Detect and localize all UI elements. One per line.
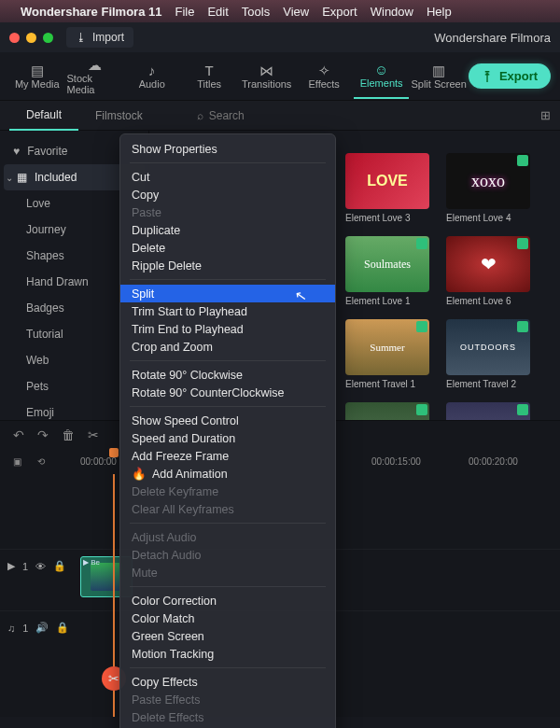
tab-split-screen[interactable]: ▥Split Screen [411,54,466,99]
audio-track-icon: ♫ [7,623,15,634]
speaker-icon[interactable]: 🔊 [35,622,49,634]
element-thumb[interactable] [345,402,429,420]
undo-icon[interactable]: ↶ [13,427,24,442]
fire-icon: 🔥 [132,467,147,481]
context-menu: Show Properties Cut Copy Paste Duplicate… [119,133,336,728]
ctx-motion-tracking[interactable]: Motion Tracking [120,645,335,663]
tab-my-media[interactable]: ▤My Media [9,54,64,99]
mac-menu-view[interactable]: View [283,5,309,19]
maximize-icon[interactable] [43,33,53,43]
ctx-paste: Paste [120,203,335,221]
track-header: ▶1👁🔒 [7,560,73,572]
element-thumb[interactable]: Element Love 4 [446,153,530,223]
eye-icon[interactable]: 👁 [35,561,46,572]
search-input[interactable] [209,109,321,122]
thumb-image [446,236,530,292]
main-toolbar: ▤My Media ☁Stock Media ♪Audio TTitles ⋈T… [0,52,560,101]
ctx-duplicate[interactable]: Duplicate [120,221,335,239]
ruler-tick: 00:00:15:00 [371,456,421,467]
import-label: Import [92,31,124,44]
menu-separator [130,523,326,524]
redo-icon[interactable]: ↷ [37,427,49,442]
ctx-color-correction[interactable]: Color Correction [120,592,335,609]
mac-app-name[interactable]: Wondershare Filmora 11 [21,5,161,19]
scissors-icon[interactable]: ✂ [88,427,99,442]
ctx-copy-effects[interactable]: Copy Effects [120,673,335,691]
import-button[interactable]: ⭳ Import [66,27,133,48]
download-icon[interactable] [517,238,528,249]
ctx-show-properties[interactable]: Show Properties [120,140,335,158]
ctx-rotate-ccw[interactable]: Rotate 90° CounterClockwise [120,384,335,401]
subtab-filmstock[interactable]: Filmstock [78,101,160,131]
ctx-delete[interactable]: Delete [120,239,335,257]
ctx-freeze-frame[interactable]: Add Freeze Frame [120,447,335,465]
mac-menu-window[interactable]: Window [371,5,413,19]
tab-transitions[interactable]: ⋈Transitions [239,54,294,99]
tab-stock-media[interactable]: ☁Stock Media [66,54,121,99]
element-thumb[interactable]: Element Love 1 [345,236,429,306]
window-controls [9,33,53,43]
ctx-color-match[interactable]: Color Match [120,609,335,627]
lock-icon[interactable]: 🔒 [56,622,69,634]
element-thumb[interactable]: Element Love 3 [345,153,429,223]
trash-icon[interactable]: 🗑 [62,427,75,442]
sub-toolbar: Default Filmstock ⌕ ⊞ [0,101,560,131]
download-icon[interactable] [416,238,427,249]
ctx-adjust-audio: Adjust Audio [120,528,335,546]
ctx-cut[interactable]: Cut [120,168,335,186]
ctx-add-animation[interactable]: 🔥Add Animation [120,465,335,483]
download-icon[interactable] [416,321,427,332]
marker-icon[interactable]: ▣ [13,456,21,467]
ctx-detach-audio: Detach Audio [120,546,335,564]
thumb-image [345,319,429,375]
close-icon[interactable] [9,33,20,43]
element-thumb[interactable]: Element Travel 1 [345,319,429,389]
brand-label: Wondershare Filmora [434,31,551,45]
grid-icon: ▦ [17,171,27,184]
link-icon[interactable]: ⟲ [37,456,45,467]
ctx-copy[interactable]: Copy [120,186,335,203]
menu-separator [130,360,326,361]
mac-menu-export[interactable]: Export [322,5,357,19]
ctx-speed-control[interactable]: Show Speed Control [120,412,335,429]
ctx-crop-zoom[interactable]: Crop and Zoom [120,338,335,356]
ctx-delete-keyframe: Delete Keyframe [120,483,335,500]
download-icon[interactable] [517,404,528,415]
ctx-green-screen[interactable]: Green Screen [120,627,335,645]
mac-menu-help[interactable]: Help [427,5,452,19]
tab-effects[interactable]: ✧Effects [296,54,351,99]
mac-menu-tools[interactable]: Tools [242,5,270,19]
ctx-trim-start[interactable]: Trim Start to Playhead [120,302,335,320]
ctx-trim-end[interactable]: Trim End to Playhead [120,320,335,338]
mac-menu-edit[interactable]: Edit [207,5,228,19]
subtab-default[interactable]: Default [9,101,78,131]
thumb-label: Element Love 4 [446,213,530,223]
element-thumb[interactable] [446,402,530,420]
tab-audio[interactable]: ♪Audio [124,54,179,99]
mac-menu-file[interactable]: File [175,5,194,19]
ctx-speed-duration[interactable]: Speed and Duration [120,429,335,447]
lock-icon[interactable]: 🔒 [53,560,66,572]
element-thumb[interactable]: Element Travel 2 [446,319,530,389]
menu-separator [130,279,326,280]
download-icon[interactable] [517,321,528,332]
element-thumb[interactable]: Element Love 6 [446,236,530,306]
playhead-icon[interactable] [109,448,119,457]
download-icon[interactable] [416,404,427,415]
import-icon: ⭳ [76,31,87,44]
ctx-rotate-cw[interactable]: Rotate 90° Clockwise [120,366,335,384]
media-icon: ▤ [28,63,47,78]
tab-elements[interactable]: ☺Elements [354,54,409,99]
clip-thumb [91,563,122,591]
grid-view-icon[interactable]: ⊞ [540,108,551,122]
export-button[interactable]: ⭱ Export [469,63,551,89]
ctx-ripple-delete[interactable]: Ripple Delete [120,257,335,274]
thumb-image [446,402,530,420]
minimize-icon[interactable] [26,33,36,43]
thumb-image [446,319,530,375]
transitions-icon: ⋈ [258,63,276,78]
ctx-delete-effects: Delete Effects [120,708,335,726]
search-field[interactable]: ⌕ [197,109,321,122]
tab-titles[interactable]: TTitles [181,54,236,99]
download-icon[interactable] [517,155,528,166]
